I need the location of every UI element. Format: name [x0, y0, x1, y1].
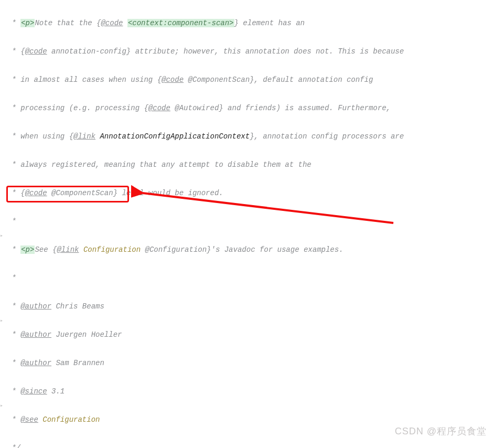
- watermark: CSDN @程序员食堂: [395, 424, 487, 439]
- fold-icon[interactable]: ▸: [0, 314, 3, 328]
- doc-line: * in almost all cases when using {@code …: [7, 73, 493, 87]
- doc-line: * when using {@link AnnotationConfigAppl…: [7, 130, 493, 144]
- doc-line: * @author Sam Brannen: [7, 356, 493, 370]
- doc-line: * always registered, meaning that any at…: [7, 158, 493, 172]
- doc-line: * @author Chris Beams: [7, 300, 493, 314]
- doc-line: * <p>See {@link Configuration @Configura…: [7, 243, 493, 257]
- fold-icon[interactable]: ▸: [0, 399, 3, 413]
- doc-line: * <p>Note that the {@code <context:compo…: [7, 16, 493, 30]
- doc-line: * processing (e.g. processing {@code @Au…: [7, 101, 493, 115]
- annotation-highlight-box: [6, 186, 129, 202]
- doc-line: * {@code annotation-config} attribute; h…: [7, 45, 493, 59]
- doc-line: * @author Juergen Hoeller: [7, 328, 493, 342]
- fold-icon[interactable]: ▸: [0, 229, 3, 243]
- svg-line-0: [143, 193, 393, 223]
- doc-line: */: [7, 441, 493, 448]
- arrow-icon: [131, 184, 404, 231]
- doc-line: *: [7, 271, 493, 285]
- doc-since-line: * @since 3.1: [7, 385, 493, 399]
